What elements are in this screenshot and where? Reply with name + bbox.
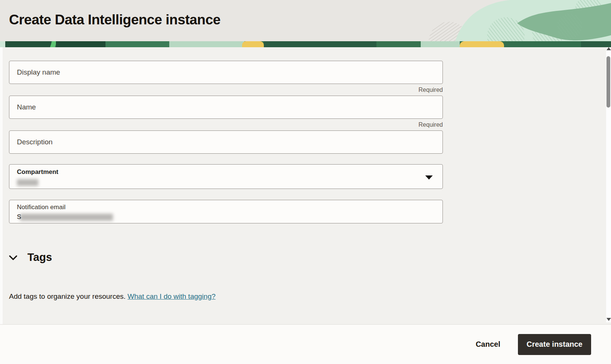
compartment-label: Compartment xyxy=(17,168,424,176)
compartment-select[interactable]: Compartment xyxy=(9,164,443,189)
name-field[interactable]: Name xyxy=(9,96,443,119)
chevron-down-icon xyxy=(9,255,17,260)
name-required-note: Required xyxy=(9,121,443,128)
notification-email-value-redacted xyxy=(20,214,113,221)
dialog-footer: Cancel Create instance xyxy=(0,325,611,364)
cancel-button[interactable]: Cancel xyxy=(474,337,502,352)
display-name-required-note: Required xyxy=(9,87,443,93)
tags-section-heading: Tags xyxy=(27,251,52,264)
tagging-help-link[interactable]: What can I do with tagging? xyxy=(128,292,215,300)
triangle-up-icon[interactable] xyxy=(606,47,611,50)
scrollbar-thumb[interactable] xyxy=(606,56,610,108)
dialog-body: Display name Required Name Required Desc… xyxy=(0,47,611,325)
page-title: Create Data Intelligence instance xyxy=(9,12,220,28)
tags-description-text: Add tags to organize your resources. xyxy=(9,292,128,300)
compartment-value-redacted xyxy=(17,179,38,186)
description-field[interactable]: Description xyxy=(9,130,443,154)
tags-description: Add tags to organize your resources. Wha… xyxy=(9,292,443,301)
notification-email-label: Notification email xyxy=(17,204,435,211)
header-decoration-art xyxy=(393,0,611,41)
scrollbar[interactable] xyxy=(606,47,611,322)
create-data-intelligence-dialog: Create Data Intelligence instance Displa… xyxy=(0,0,611,364)
tags-collapse-toggle[interactable] xyxy=(9,255,17,260)
name-label: Name xyxy=(17,103,36,111)
description-label: Description xyxy=(17,138,53,146)
display-name-label: Display name xyxy=(17,68,60,76)
notification-email-value-prefix: S xyxy=(17,213,21,221)
dialog-header: Create Data Intelligence instance xyxy=(0,0,611,41)
create-instance-button[interactable]: Create instance xyxy=(518,334,591,355)
caret-down-icon[interactable] xyxy=(425,175,433,180)
left-gutter xyxy=(0,47,3,325)
header-banner-strip xyxy=(0,41,611,47)
display-name-field[interactable]: Display name xyxy=(9,61,443,84)
triangle-down-icon[interactable] xyxy=(606,318,611,321)
notification-email-field[interactable]: Notification email S xyxy=(9,200,443,223)
